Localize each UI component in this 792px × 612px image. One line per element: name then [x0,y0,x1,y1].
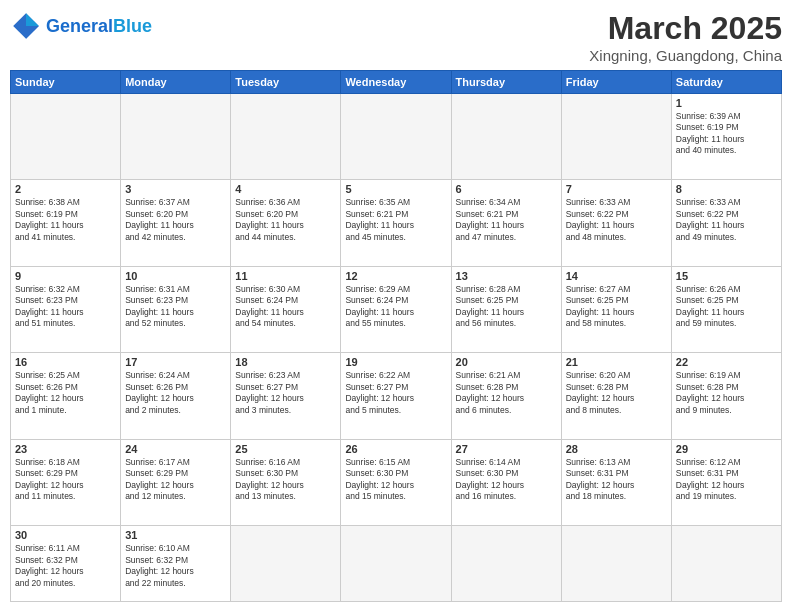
day-info: Sunrise: 6:24 AM Sunset: 6:26 PM Dayligh… [125,370,226,416]
day-info: Sunrise: 6:18 AM Sunset: 6:29 PM Dayligh… [15,457,116,503]
calendar-row-1: 2Sunrise: 6:38 AM Sunset: 6:19 PM Daylig… [11,180,782,266]
day-number: 11 [235,270,336,282]
calendar-cell: 4Sunrise: 6:36 AM Sunset: 6:20 PM Daylig… [231,180,341,266]
title-block: March 2025 Xingning, Guangdong, China [589,10,782,64]
calendar-cell: 3Sunrise: 6:37 AM Sunset: 6:20 PM Daylig… [121,180,231,266]
page: GeneralBlue March 2025 Xingning, Guangdo… [0,0,792,612]
day-info: Sunrise: 6:11 AM Sunset: 6:32 PM Dayligh… [15,543,116,589]
day-number: 26 [345,443,446,455]
day-info: Sunrise: 6:10 AM Sunset: 6:32 PM Dayligh… [125,543,226,589]
day-number: 30 [15,529,116,541]
day-info: Sunrise: 6:33 AM Sunset: 6:22 PM Dayligh… [566,197,667,243]
calendar-cell: 6Sunrise: 6:34 AM Sunset: 6:21 PM Daylig… [451,180,561,266]
weekday-header-sunday: Sunday [11,71,121,94]
day-info: Sunrise: 6:33 AM Sunset: 6:22 PM Dayligh… [676,197,777,243]
calendar-cell: 8Sunrise: 6:33 AM Sunset: 6:22 PM Daylig… [671,180,781,266]
day-number: 24 [125,443,226,455]
svg-marker-1 [26,13,39,26]
day-number: 3 [125,183,226,195]
calendar-cell [231,526,341,602]
calendar-row-4: 23Sunrise: 6:18 AM Sunset: 6:29 PM Dayli… [11,439,782,525]
svg-marker-2 [26,26,39,39]
day-number: 29 [676,443,777,455]
calendar-cell: 10Sunrise: 6:31 AM Sunset: 6:23 PM Dayli… [121,266,231,352]
location: Xingning, Guangdong, China [589,47,782,64]
day-info: Sunrise: 6:13 AM Sunset: 6:31 PM Dayligh… [566,457,667,503]
day-info: Sunrise: 6:36 AM Sunset: 6:20 PM Dayligh… [235,197,336,243]
calendar-cell [231,94,341,180]
logo-text: GeneralBlue [46,16,152,37]
day-number: 10 [125,270,226,282]
calendar-cell [121,94,231,180]
day-info: Sunrise: 6:32 AM Sunset: 6:23 PM Dayligh… [15,284,116,330]
day-number: 7 [566,183,667,195]
day-info: Sunrise: 6:16 AM Sunset: 6:30 PM Dayligh… [235,457,336,503]
calendar-cell: 18Sunrise: 6:23 AM Sunset: 6:27 PM Dayli… [231,353,341,439]
weekday-header-wednesday: Wednesday [341,71,451,94]
day-number: 8 [676,183,777,195]
day-info: Sunrise: 6:35 AM Sunset: 6:21 PM Dayligh… [345,197,446,243]
day-info: Sunrise: 6:15 AM Sunset: 6:30 PM Dayligh… [345,457,446,503]
weekday-header-saturday: Saturday [671,71,781,94]
calendar-cell: 12Sunrise: 6:29 AM Sunset: 6:24 PM Dayli… [341,266,451,352]
day-number: 31 [125,529,226,541]
calendar-cell: 9Sunrise: 6:32 AM Sunset: 6:23 PM Daylig… [11,266,121,352]
calendar-cell: 15Sunrise: 6:26 AM Sunset: 6:25 PM Dayli… [671,266,781,352]
calendar-cell: 31Sunrise: 6:10 AM Sunset: 6:32 PM Dayli… [121,526,231,602]
day-number: 22 [676,356,777,368]
calendar-cell: 28Sunrise: 6:13 AM Sunset: 6:31 PM Dayli… [561,439,671,525]
calendar-cell: 14Sunrise: 6:27 AM Sunset: 6:25 PM Dayli… [561,266,671,352]
weekday-header-tuesday: Tuesday [231,71,341,94]
calendar-cell [671,526,781,602]
calendar-cell [341,526,451,602]
calendar-cell: 7Sunrise: 6:33 AM Sunset: 6:22 PM Daylig… [561,180,671,266]
calendar-row-3: 16Sunrise: 6:25 AM Sunset: 6:26 PM Dayli… [11,353,782,439]
calendar-cell [561,94,671,180]
logo-general: General [46,16,113,36]
calendar-cell: 19Sunrise: 6:22 AM Sunset: 6:27 PM Dayli… [341,353,451,439]
day-number: 17 [125,356,226,368]
day-number: 28 [566,443,667,455]
calendar-cell: 16Sunrise: 6:25 AM Sunset: 6:26 PM Dayli… [11,353,121,439]
calendar-table: SundayMondayTuesdayWednesdayThursdayFrid… [10,70,782,602]
logo-blue: Blue [113,16,152,36]
calendar-cell [11,94,121,180]
day-number: 15 [676,270,777,282]
day-number: 19 [345,356,446,368]
day-info: Sunrise: 6:34 AM Sunset: 6:21 PM Dayligh… [456,197,557,243]
day-number: 4 [235,183,336,195]
calendar-cell: 24Sunrise: 6:17 AM Sunset: 6:29 PM Dayli… [121,439,231,525]
calendar-cell [451,94,561,180]
logo-icon [10,10,42,42]
weekday-header-row: SundayMondayTuesdayWednesdayThursdayFrid… [11,71,782,94]
calendar-row-0: 1Sunrise: 6:39 AM Sunset: 6:19 PM Daylig… [11,94,782,180]
day-info: Sunrise: 6:14 AM Sunset: 6:30 PM Dayligh… [456,457,557,503]
day-number: 13 [456,270,557,282]
calendar-cell: 1Sunrise: 6:39 AM Sunset: 6:19 PM Daylig… [671,94,781,180]
day-number: 6 [456,183,557,195]
calendar-row-5: 30Sunrise: 6:11 AM Sunset: 6:32 PM Dayli… [11,526,782,602]
day-info: Sunrise: 6:23 AM Sunset: 6:27 PM Dayligh… [235,370,336,416]
calendar-cell: 17Sunrise: 6:24 AM Sunset: 6:26 PM Dayli… [121,353,231,439]
calendar-cell [341,94,451,180]
day-info: Sunrise: 6:12 AM Sunset: 6:31 PM Dayligh… [676,457,777,503]
calendar-row-2: 9Sunrise: 6:32 AM Sunset: 6:23 PM Daylig… [11,266,782,352]
calendar-cell: 25Sunrise: 6:16 AM Sunset: 6:30 PM Dayli… [231,439,341,525]
day-number: 21 [566,356,667,368]
day-number: 2 [15,183,116,195]
calendar-cell [451,526,561,602]
calendar-cell: 11Sunrise: 6:30 AM Sunset: 6:24 PM Dayli… [231,266,341,352]
day-number: 27 [456,443,557,455]
day-number: 14 [566,270,667,282]
day-number: 9 [15,270,116,282]
day-info: Sunrise: 6:30 AM Sunset: 6:24 PM Dayligh… [235,284,336,330]
calendar-cell: 21Sunrise: 6:20 AM Sunset: 6:28 PM Dayli… [561,353,671,439]
day-info: Sunrise: 6:37 AM Sunset: 6:20 PM Dayligh… [125,197,226,243]
day-info: Sunrise: 6:26 AM Sunset: 6:25 PM Dayligh… [676,284,777,330]
day-info: Sunrise: 6:22 AM Sunset: 6:27 PM Dayligh… [345,370,446,416]
day-info: Sunrise: 6:38 AM Sunset: 6:19 PM Dayligh… [15,197,116,243]
calendar-cell: 23Sunrise: 6:18 AM Sunset: 6:29 PM Dayli… [11,439,121,525]
header: GeneralBlue March 2025 Xingning, Guangdo… [10,10,782,64]
calendar-cell: 27Sunrise: 6:14 AM Sunset: 6:30 PM Dayli… [451,439,561,525]
day-number: 20 [456,356,557,368]
